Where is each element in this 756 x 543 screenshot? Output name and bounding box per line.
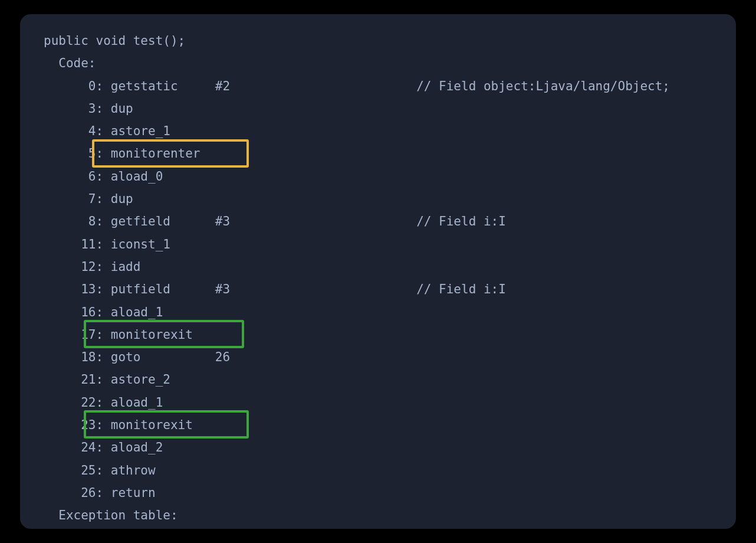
code-panel: public void test(); Code: 0: getstatic #… bbox=[20, 14, 736, 529]
code-line: 6: aload_0 bbox=[44, 165, 670, 188]
code-line: 5: monitorenter bbox=[44, 142, 670, 165]
code-line: 25: athrow bbox=[44, 459, 670, 482]
code-line: 18: goto 26 bbox=[44, 346, 670, 368]
code-line: 3: dup bbox=[44, 97, 670, 120]
code-line: 11: iconst_1 bbox=[44, 233, 670, 256]
code-line: 8: getfield #3 // Field i:I bbox=[44, 210, 670, 233]
code-line: 0: getstatic #2 // Field object:Ljava/la… bbox=[44, 75, 670, 97]
code-line: 22: aload_1 bbox=[44, 391, 670, 414]
code-line: public void test(); bbox=[44, 30, 670, 52]
code-line: 23: monitorexit bbox=[44, 414, 670, 436]
code-line: 26: return bbox=[44, 482, 670, 504]
code-line: 12: iadd bbox=[44, 256, 670, 278]
code-line: Exception table: bbox=[44, 504, 670, 526]
code-line: 21: astore_2 bbox=[44, 368, 670, 391]
code-line: 16: aload_1 bbox=[44, 301, 670, 323]
code-line: 13: putfield #3 // Field i:I bbox=[44, 278, 670, 300]
code-line: Code: bbox=[44, 52, 670, 74]
bytecode-listing: public void test(); Code: 0: getstatic #… bbox=[44, 30, 670, 527]
code-line: 4: astore_1 bbox=[44, 120, 670, 142]
code-line: 24: aload_2 bbox=[44, 436, 670, 459]
code-line: 7: dup bbox=[44, 188, 670, 210]
code-line: 17: monitorexit bbox=[44, 323, 670, 346]
